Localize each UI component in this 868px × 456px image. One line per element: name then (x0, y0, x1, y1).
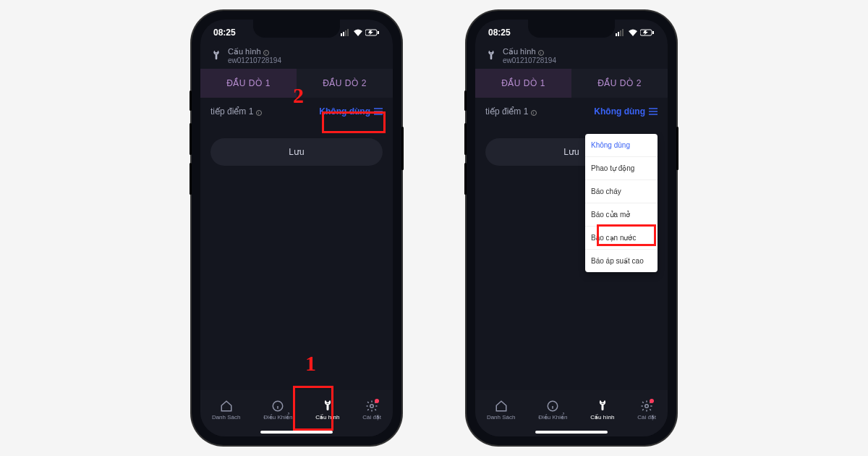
nav-control[interactable]: Điều Khiển (263, 400, 292, 421)
nav-list[interactable]: Danh Sách (212, 400, 241, 421)
contact-1-value: Không dùng (594, 106, 645, 117)
svg-rect-3 (347, 29, 349, 36)
dropdown-option-high-pressure[interactable]: Báo áp suất cao (585, 250, 658, 272)
gear-icon (365, 400, 378, 413)
status-indicators (616, 29, 655, 36)
tab-probe-1[interactable]: ĐẦU DÒ 1 (200, 69, 297, 98)
annotation-box-2 (322, 111, 386, 133)
wrench-icon (210, 50, 222, 62)
svg-point-25 (645, 404, 649, 408)
status-indicators (341, 29, 380, 36)
svg-rect-16 (622, 29, 624, 36)
header-title: Cấu hình (228, 47, 261, 56)
info-icon[interactable]: i (531, 110, 537, 116)
tab-probe-2[interactable]: ĐẦU DÒ 2 (297, 69, 393, 98)
device-id: ew01210728194 (228, 56, 281, 64)
device-id: ew01210728194 (503, 56, 556, 64)
contact-1-label: tiếp điểm 1 (485, 106, 528, 117)
svg-rect-2 (345, 30, 346, 36)
dropdown-option-auto-float[interactable]: Phao tự động (585, 157, 658, 180)
nav-list[interactable]: Danh Sách (487, 400, 516, 421)
wrench-icon (596, 400, 609, 413)
badge-dot (650, 399, 654, 403)
annotation-box-option (597, 224, 656, 246)
page-header: Cấu hình i ew01210728194 (475, 41, 668, 69)
svg-rect-1 (343, 32, 344, 36)
bottom-nav: Danh Sách Điều Khiển Cấu hình Cài đặt (475, 390, 668, 436)
home-indicator[interactable] (535, 431, 608, 434)
home-icon (220, 400, 233, 413)
status-time: 08:25 (488, 28, 511, 38)
info-icon[interactable]: i (256, 110, 262, 116)
tab-probe-1[interactable]: ĐẦU DÒ 1 (475, 69, 571, 98)
contact-dropdown: Không dùng Phao tự động Báo cháy Báo cửa… (585, 134, 658, 272)
nav-config[interactable]: Cấu hình (590, 400, 614, 421)
home-icon (495, 400, 508, 413)
annotation-box-1 (293, 386, 333, 431)
contact-1-row: tiếp điểm 1 i Không dùng (475, 98, 668, 125)
svg-rect-18 (652, 31, 654, 34)
callout-2: 2 (293, 83, 304, 108)
contact-1-label: tiếp điểm 1 (210, 106, 253, 117)
svg-rect-5 (378, 31, 379, 34)
header-title: Cấu hình (503, 47, 536, 56)
svg-rect-14 (618, 32, 619, 36)
dropdown-option-door[interactable]: Báo cửa mở (585, 203, 658, 227)
device-notch (253, 20, 340, 38)
status-time: 08:25 (213, 28, 236, 38)
nav-settings[interactable]: Cài đặt (637, 400, 656, 421)
info-icon[interactable]: i (263, 50, 269, 56)
gear-icon (640, 400, 653, 413)
svg-rect-0 (341, 33, 342, 36)
dropdown-option-none[interactable]: Không dùng (585, 134, 658, 157)
nav-settings[interactable]: Cài đặt (362, 400, 381, 421)
tab-bar: ĐẦU DÒ 1 ĐẦU DÒ 2 (475, 69, 668, 98)
info-circle-icon (546, 400, 559, 413)
menu-icon (649, 108, 658, 115)
phone-2: 08:25 Cấu hình i ew01210728194 ĐẦU DÒ 1 … (467, 11, 676, 445)
nav-control[interactable]: Điều Khiển (538, 400, 567, 421)
tab-probe-2[interactable]: ĐẦU DÒ 2 (571, 69, 668, 98)
info-circle-icon (271, 400, 284, 413)
svg-rect-15 (620, 30, 621, 36)
callout-1: 1 (305, 351, 316, 376)
contact-1-select[interactable]: Không dùng (594, 106, 658, 117)
page-header: Cấu hình i ew01210728194 (200, 41, 393, 69)
phone-1: 08:25 Cấu hình i ew01210728194 ĐẦU DÒ 1 … (192, 11, 401, 445)
info-icon[interactable]: i (538, 50, 544, 56)
dropdown-option-fire[interactable]: Báo cháy (585, 180, 658, 203)
svg-rect-13 (616, 33, 617, 36)
wrench-icon (485, 50, 497, 62)
svg-point-12 (370, 404, 374, 408)
home-indicator[interactable] (260, 431, 333, 434)
badge-dot (375, 399, 379, 403)
device-notch (528, 20, 615, 38)
save-button[interactable]: Lưu (210, 138, 383, 166)
